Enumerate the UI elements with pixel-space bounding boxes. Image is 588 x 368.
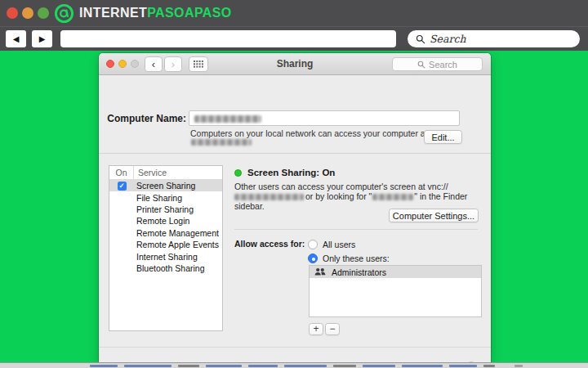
section-divider [99, 153, 491, 154]
local-network-info: Computers on your local network can acce… [190, 128, 430, 138]
edit-button[interactable]: Edit... [424, 130, 462, 144]
cutoff-text-fragment [90, 365, 118, 367]
brand-word-paso1: PASO [147, 6, 185, 20]
allowed-users-list: Administrators [309, 265, 482, 317]
footer-divider [99, 347, 491, 348]
brand-logo-icon [54, 3, 74, 24]
service-label: Internet Sharing [134, 252, 198, 262]
only-these-users-option[interactable]: Only these users: [308, 253, 390, 263]
brand-word-internet: INTERNET [79, 6, 147, 20]
browser-title-bar: INTERNETPASOAPASO [0, 0, 588, 26]
browser-back-button[interactable]: ◀ [6, 30, 26, 47]
window-title-bar[interactable]: ‹ › Sharing Search [99, 53, 491, 75]
screen-sharing-status: Screen Sharing: On [234, 168, 335, 177]
service-row-file-sharing[interactable]: File Sharing [109, 191, 222, 203]
brand-word-a: A [185, 6, 194, 20]
service-row-remote-management[interactable]: Remote Management [109, 227, 222, 239]
screen-sharing-description: Other users can access your computer's s… [234, 182, 481, 211]
cutoff-page-text-strip [0, 362, 588, 368]
service-label: Screen Sharing [134, 181, 195, 191]
only-these-users-label: Only these users: [323, 254, 390, 263]
user-group-name: Administrators [332, 267, 386, 277]
forward-arrow-icon: ▶ [39, 35, 46, 43]
prefs-search-field[interactable]: Search [392, 57, 483, 71]
address-bar-input[interactable] [60, 30, 396, 47]
blurred-local-address [191, 139, 252, 146]
browser-search-field[interactable]: Search [408, 30, 580, 47]
cutoff-text-fragment [178, 365, 199, 367]
browser-minimize-dot[interactable] [22, 7, 33, 19]
column-header-on: On [109, 166, 134, 179]
service-row-remote-login[interactable]: Remote Login [109, 215, 222, 227]
all-users-label: All users [323, 240, 355, 249]
cutoff-text-fragment [284, 365, 327, 367]
cutoff-text-fragment [402, 365, 443, 367]
add-user-button[interactable]: + [309, 323, 323, 335]
cutoff-text-fragment [449, 365, 477, 367]
browser-close-dot[interactable] [7, 7, 18, 19]
service-label: Printer Sharing [134, 204, 194, 214]
brand-word-paso2: PASO [194, 6, 232, 20]
brand-wordmark: INTERNETPASOAPASO [79, 6, 232, 20]
search-icon [417, 61, 425, 69]
service-label: Remote Management [134, 228, 219, 238]
cutoff-text-fragment [333, 365, 356, 367]
service-label: Bluetooth Sharing [134, 263, 204, 273]
user-group-icon [314, 267, 326, 276]
blurred-computer-name [194, 115, 261, 123]
computer-name-field[interactable] [189, 110, 460, 126]
description-line-1: Other users can access your computer's s… [234, 182, 481, 191]
computer-name-label: Computer Name: [99, 113, 186, 124]
services-list: On Service ✓ Screen Sharing File Sharing… [109, 165, 223, 331]
service-label: Remote Login [134, 216, 189, 226]
remove-user-button[interactable]: − [325, 323, 340, 335]
prefs-search-placeholder: Search [429, 60, 457, 70]
service-label: File Sharing [134, 193, 182, 203]
sharing-preferences-window: ‹ › Sharing Search [99, 53, 491, 362]
service-row-remote-apple-events[interactable]: Remote Apple Events [109, 239, 222, 250]
all-users-radio[interactable] [308, 240, 318, 249]
cutoff-text-fragment [483, 365, 495, 367]
status-on-dot [234, 169, 242, 177]
user-group-row[interactable]: Administrators [310, 266, 481, 278]
detail-divider [234, 229, 478, 230]
screen-sharing-checkbox[interactable]: ✓ [118, 182, 127, 191]
service-row-bluetooth-sharing[interactable]: Bluetooth Sharing [109, 263, 222, 274]
browser-zoom-dot[interactable] [38, 7, 49, 19]
only-these-users-radio[interactable] [308, 254, 318, 263]
description-line-2: or by looking for "" in the Finder [234, 191, 481, 201]
service-row-screen-sharing[interactable]: ✓ Screen Sharing [109, 180, 222, 191]
blurred-vnc-address [234, 194, 304, 200]
cutoff-text-fragment [363, 365, 395, 367]
cutoff-text-fragment [248, 365, 278, 367]
browser-forward-button[interactable]: ▶ [32, 30, 52, 47]
page-background: INTERNETPASOAPASO ◀ ▶ Search ‹ › [0, 0, 588, 368]
services-list-header: On Service [109, 166, 222, 180]
service-label: Remote Apple Events [134, 240, 219, 249]
cutoff-text-fragment [206, 365, 242, 367]
browser-nav-bar: ◀ ▶ Search [0, 26, 588, 51]
all-users-option[interactable]: All users [308, 239, 355, 249]
computer-settings-button[interactable]: Computer Settings... [389, 209, 479, 222]
user-list-controls: + − [309, 323, 340, 335]
prefs-content: Computer Name: Computers on your local n… [99, 75, 491, 362]
allow-access-label: Allow access for: [234, 239, 305, 249]
blurred-finder-name [372, 194, 413, 200]
service-row-internet-sharing[interactable]: Internet Sharing [109, 250, 222, 262]
browser-search-placeholder: Search [430, 33, 466, 45]
status-title: Screen Sharing: On [247, 168, 335, 177]
column-header-service: Service [134, 168, 167, 177]
back-arrow-icon: ◀ [13, 35, 20, 43]
search-icon [416, 34, 425, 44]
check-icon: ✓ [118, 182, 124, 190]
cutoff-text-fragment [124, 365, 172, 367]
service-row-printer-sharing[interactable]: Printer Sharing [109, 204, 222, 215]
cutoff-text-fragment [514, 365, 523, 367]
